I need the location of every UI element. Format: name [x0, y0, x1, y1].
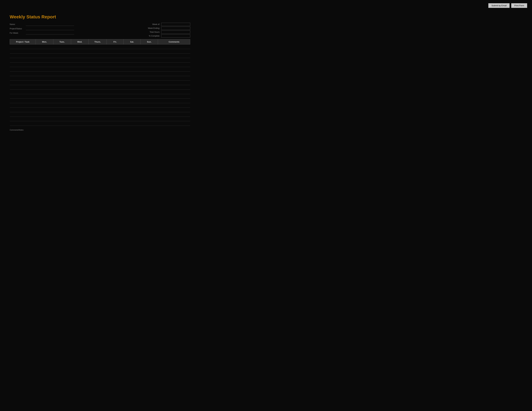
row-6-col-0-input[interactable] — [10, 73, 35, 75]
row-5-col-5-input[interactable] — [107, 68, 123, 70]
row-15-col-1-input[interactable] — [37, 113, 53, 116]
row-1-col-7-input[interactable] — [141, 50, 157, 52]
row-14-col-6-input[interactable] — [124, 109, 140, 111]
row-10-col-7-input[interactable] — [141, 91, 157, 93]
row-1-col-3-input[interactable] — [72, 50, 88, 52]
row-9-col-0-input[interactable] — [10, 86, 35, 88]
row-2-col-5-input[interactable] — [107, 55, 123, 57]
row-11-col-0-input[interactable] — [10, 95, 35, 97]
row-8-col-5-input[interactable] — [107, 82, 123, 84]
row-10-col-8-input[interactable] — [159, 91, 190, 93]
row-10-col-2-input[interactable] — [54, 91, 70, 93]
row-10-col-4-input[interactable] — [89, 91, 106, 93]
row-6-col-4-input[interactable] — [89, 73, 106, 75]
row-3-col-0-input[interactable] — [10, 59, 35, 61]
row-3-col-1-input[interactable] — [37, 59, 53, 61]
row-11-col-2-input[interactable] — [54, 95, 70, 97]
row-15-col-4-input[interactable] — [89, 113, 106, 116]
row-13-col-2-input[interactable] — [54, 104, 70, 107]
row-4-col-8-input[interactable] — [159, 64, 190, 66]
row-7-col-5-input[interactable] — [107, 77, 123, 79]
row-1-col-5-input[interactable] — [107, 50, 123, 52]
row-14-col-5-input[interactable] — [107, 109, 123, 111]
row-12-col-5-input[interactable] — [107, 100, 123, 102]
row-17-col-0-input[interactable] — [10, 122, 35, 125]
row-11-col-8-input[interactable] — [159, 95, 190, 97]
row-15-col-0-input[interactable] — [10, 113, 35, 116]
row-5-col-7-input[interactable] — [141, 68, 157, 70]
row-4-col-7-input[interactable] — [141, 64, 157, 66]
row-15-col-5-input[interactable] — [107, 113, 123, 116]
row-7-col-2-input[interactable] — [54, 77, 70, 79]
row-5-col-1-input[interactable] — [37, 68, 53, 70]
row-1-col-2-input[interactable] — [54, 50, 70, 52]
row-3-col-2-input[interactable] — [54, 59, 70, 61]
row-13-col-6-input[interactable] — [124, 104, 140, 107]
row-14-col-4-input[interactable] — [89, 109, 106, 111]
row-6-col-3-input[interactable] — [72, 73, 88, 75]
row-4-col-4-input[interactable] — [89, 64, 106, 66]
row-2-col-8-input[interactable] — [159, 55, 190, 57]
row-3-col-8-input[interactable] — [159, 59, 190, 61]
row-7-col-7-input[interactable] — [141, 77, 157, 79]
row-13-col-1-input[interactable] — [37, 104, 53, 107]
row-10-col-3-input[interactable] — [72, 91, 88, 93]
week-ending-input[interactable] — [161, 27, 190, 30]
row-10-col-0-input[interactable] — [10, 91, 35, 93]
row-3-col-6-input[interactable] — [124, 59, 140, 61]
total-hours-input[interactable] — [161, 30, 190, 34]
row-13-col-3-input[interactable] — [72, 104, 88, 107]
row-14-col-7-input[interactable] — [141, 109, 157, 111]
row-14-col-0-input[interactable] — [10, 109, 35, 111]
row-17-col-1-input[interactable] — [37, 122, 53, 125]
row-5-col-8-input[interactable] — [159, 68, 190, 70]
row-9-col-7-input[interactable] — [141, 86, 157, 88]
row-10-col-6-input[interactable] — [124, 91, 140, 93]
row-4-col-5-input[interactable] — [107, 64, 123, 66]
week-of-input[interactable] — [161, 23, 190, 26]
row-5-col-6-input[interactable] — [124, 68, 140, 70]
row-16-col-4-input[interactable] — [89, 118, 106, 120]
row-0-col-0-input[interactable] — [10, 46, 35, 48]
row-7-col-8-input[interactable] — [159, 77, 190, 79]
row-11-col-4-input[interactable] — [89, 95, 106, 97]
row-9-col-1-input[interactable] — [37, 86, 53, 88]
row-13-col-5-input[interactable] — [107, 104, 123, 107]
row-13-col-7-input[interactable] — [141, 104, 157, 107]
row-0-col-8-input[interactable] — [159, 46, 190, 48]
row-7-col-3-input[interactable] — [72, 77, 88, 79]
row-8-col-1-input[interactable] — [37, 82, 53, 84]
row-14-col-2-input[interactable] — [54, 109, 70, 111]
for-week-input[interactable] — [26, 31, 74, 35]
row-8-col-4-input[interactable] — [89, 82, 106, 84]
row-7-col-4-input[interactable] — [89, 77, 106, 79]
row-0-col-2-input[interactable] — [54, 46, 70, 48]
row-15-col-7-input[interactable] — [141, 113, 157, 116]
row-6-col-1-input[interactable] — [37, 73, 53, 75]
percent-complete-input[interactable] — [161, 34, 190, 37]
row-9-col-5-input[interactable] — [107, 86, 123, 88]
row-11-col-5-input[interactable] — [107, 95, 123, 97]
row-9-col-2-input[interactable] — [54, 86, 70, 88]
row-12-col-0-input[interactable] — [10, 100, 35, 102]
row-1-col-1-input[interactable] — [37, 50, 53, 52]
row-17-col-5-input[interactable] — [107, 122, 123, 125]
row-16-col-0-input[interactable] — [10, 118, 35, 120]
name-input[interactable] — [26, 23, 74, 26]
row-14-col-8-input[interactable] — [159, 109, 190, 111]
row-3-col-5-input[interactable] — [107, 59, 123, 61]
row-8-col-6-input[interactable] — [124, 82, 140, 84]
row-12-col-8-input[interactable] — [159, 100, 190, 102]
row-5-col-2-input[interactable] — [54, 68, 70, 70]
row-1-col-0-input[interactable] — [10, 50, 35, 52]
row-15-col-2-input[interactable] — [54, 113, 70, 116]
row-9-col-6-input[interactable] — [124, 86, 140, 88]
row-2-col-2-input[interactable] — [54, 55, 70, 57]
row-15-col-3-input[interactable] — [72, 113, 88, 116]
row-17-col-2-input[interactable] — [54, 122, 70, 125]
row-9-col-8-input[interactable] — [159, 86, 190, 88]
row-1-col-8-input[interactable] — [159, 50, 190, 52]
row-0-col-7-input[interactable] — [141, 46, 157, 48]
row-13-col-0-input[interactable] — [10, 104, 35, 107]
row-0-col-3-input[interactable] — [72, 46, 88, 48]
